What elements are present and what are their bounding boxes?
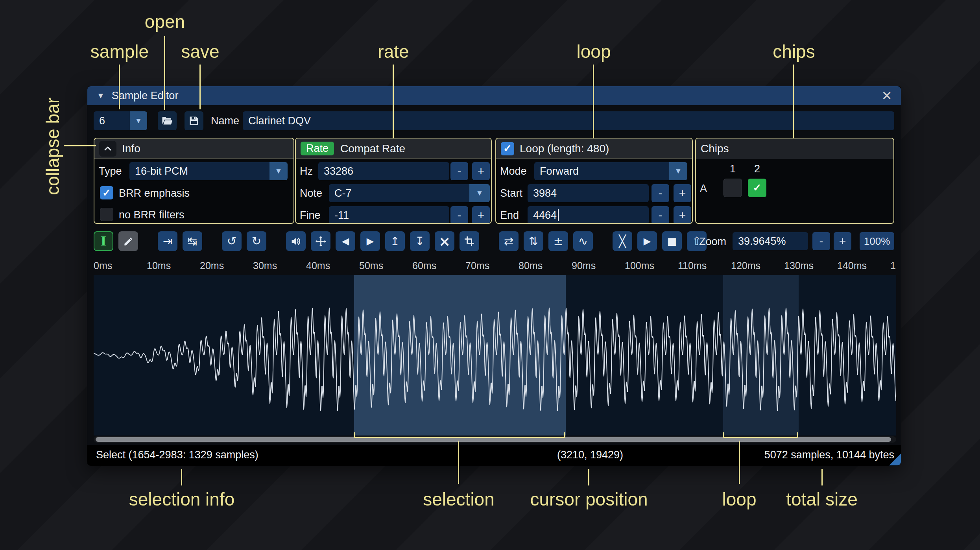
text-caret — [558, 209, 559, 221]
sample-number-value: 6 — [99, 115, 105, 127]
chevron-down-icon: ▼ — [275, 167, 282, 175]
save-button[interactable] — [185, 111, 203, 130]
reverse-button[interactable]: ⇄ — [499, 231, 519, 251]
preview-button[interactable]: ▶ — [637, 231, 657, 251]
name-input[interactable]: Clarinet DQV — [243, 111, 894, 130]
loop-end-increment-button[interactable]: + — [674, 206, 691, 224]
zoom-label: Zoom — [699, 236, 726, 248]
annotation-loop: loop — [577, 41, 611, 62]
ruler-label: 30ms — [253, 260, 277, 271]
zoom-out-button[interactable]: - — [812, 232, 830, 250]
no-brr-filters-checkbox[interactable] — [100, 208, 113, 221]
scrollbar-thumb[interactable] — [96, 437, 891, 442]
ruler-label: 40ms — [306, 260, 330, 271]
brr-emphasis-checkbox[interactable]: ✓ — [100, 186, 113, 199]
loop-start-decrement-button[interactable]: - — [651, 184, 669, 202]
brr-emphasis-label: BRR emphasis — [119, 187, 190, 199]
hz-input[interactable]: 33286 — [318, 162, 449, 180]
chevron-down-icon: ▼ — [675, 167, 682, 175]
chip-row-a-label: A — [700, 183, 707, 195]
open-button[interactable] — [158, 111, 177, 130]
collapse-bar-button[interactable] — [99, 141, 116, 157]
compat-rate-label: Compat Rate — [340, 142, 405, 155]
window-collapse-icon[interactable]: ▼ — [97, 91, 105, 100]
filter-button[interactable]: ∿ — [573, 231, 593, 251]
info-section-header: Info — [94, 138, 293, 159]
waveform-canvas[interactable] — [94, 275, 896, 436]
type-dropdown-arrow[interactable]: ▼ — [269, 162, 288, 180]
minus-icon: - — [819, 234, 823, 248]
x-icon: × — [439, 233, 450, 249]
mode-select[interactable]: Forward — [534, 162, 669, 180]
chip-2-checkbox[interactable]: ✓ — [748, 179, 766, 197]
triangle-right-icon: ▶ — [367, 236, 374, 247]
sample-toolbar: I ⇥ ↹ ↺ ↻ — [87, 231, 901, 251]
annotation-line-selection-info — [181, 469, 182, 485]
resize-button[interactable]: ⇥ — [158, 231, 177, 251]
note-select[interactable]: C-7 — [329, 184, 469, 202]
loop-end-input[interactable]: 4464 — [528, 206, 649, 224]
trim-button[interactable] — [460, 231, 479, 251]
annotation-line-cursor-position — [588, 469, 589, 485]
fine-increment-button[interactable]: + — [472, 206, 490, 224]
rate-badge[interactable]: Rate — [301, 142, 334, 155]
plus-icon: + — [839, 234, 846, 248]
annotation-loop-bottom: loop — [722, 489, 757, 510]
resample-button[interactable]: ↹ — [183, 231, 202, 251]
zoom-reset-button[interactable]: 100% — [860, 232, 894, 250]
close-button[interactable]: × — [877, 86, 896, 105]
no-brr-filters-label: no BRR filters — [119, 209, 185, 221]
waveform-scrollbar[interactable] — [94, 436, 896, 443]
ruler-label: 130ms — [784, 260, 814, 271]
loop-start-increment-button[interactable]: + — [674, 184, 691, 202]
note-dropdown-arrow[interactable]: ▼ — [469, 184, 490, 202]
type-select[interactable]: 16-bit PCM — [129, 162, 269, 180]
insert-silence-button[interactable]: ↥ — [385, 231, 405, 251]
undo-button[interactable]: ↺ — [222, 231, 242, 251]
timeline-ruler[interactable]: 0ms 10ms 20ms 30ms 40ms 50ms 60ms 70ms 8… — [94, 258, 896, 274]
edit-mode-button[interactable]: I — [94, 231, 113, 251]
loop-end-decrement-button[interactable]: - — [651, 206, 669, 224]
chevron-down-icon: ▼ — [476, 189, 484, 197]
zoom-input[interactable]: 39.9645% — [733, 232, 808, 250]
sample-number-dropdown-arrow[interactable]: ▼ — [130, 111, 147, 130]
chip-1-checkbox[interactable] — [723, 179, 742, 197]
fine-value: -11 — [334, 209, 349, 221]
plus-icon: + — [478, 209, 485, 222]
apply-silence-button[interactable]: ↧ — [410, 231, 430, 251]
sample-number-select[interactable]: 6 — [94, 111, 130, 130]
waveform-view[interactable] — [94, 275, 896, 436]
loop-enable-checkbox[interactable]: ✓ — [501, 142, 514, 155]
open-folder-icon — [161, 115, 173, 127]
draw-button[interactable] — [118, 231, 138, 251]
signedness-button[interactable]: ± — [548, 231, 568, 251]
type-label: Type — [99, 165, 122, 177]
fine-input[interactable]: -11 — [329, 206, 449, 224]
hz-increment-button[interactable]: + — [472, 162, 490, 180]
loop-start-input[interactable]: 3984 — [528, 184, 649, 202]
fine-decrement-button[interactable]: - — [450, 206, 468, 224]
plus-minus-icon: ± — [554, 234, 563, 248]
stop-button[interactable]: ■ — [662, 231, 682, 251]
check-icon: ✓ — [753, 182, 762, 194]
amplify-button[interactable] — [286, 231, 306, 251]
ibeam-cursor-icon: I — [101, 234, 107, 248]
delete-button[interactable]: × — [435, 231, 454, 251]
normalize-button[interactable] — [311, 231, 330, 251]
crossfade-button[interactable]: ╳ — [613, 231, 632, 251]
invert-button[interactable]: ⇅ — [524, 231, 543, 251]
fade-in-button[interactable]: ◀ — [336, 231, 355, 251]
window-resize-grip[interactable] — [889, 454, 901, 465]
sample-editor-window: ▼ Sample Editor × 6 ▼ Name — [87, 86, 901, 466]
zoom-in-button[interactable]: + — [834, 232, 851, 250]
hz-decrement-button[interactable]: - — [450, 162, 468, 180]
fade-out-button[interactable]: ▶ — [360, 231, 380, 251]
mode-dropdown-arrow[interactable]: ▼ — [669, 162, 687, 180]
minus-icon: - — [659, 186, 663, 200]
annotation-chips: chips — [773, 41, 815, 62]
ruler-label: 100ms — [625, 260, 654, 271]
window-title: Sample Editor — [112, 90, 179, 102]
mode-value: Forward — [540, 165, 579, 177]
redo-button[interactable]: ↻ — [247, 231, 266, 251]
titlebar[interactable]: ▼ Sample Editor × — [87, 86, 901, 105]
